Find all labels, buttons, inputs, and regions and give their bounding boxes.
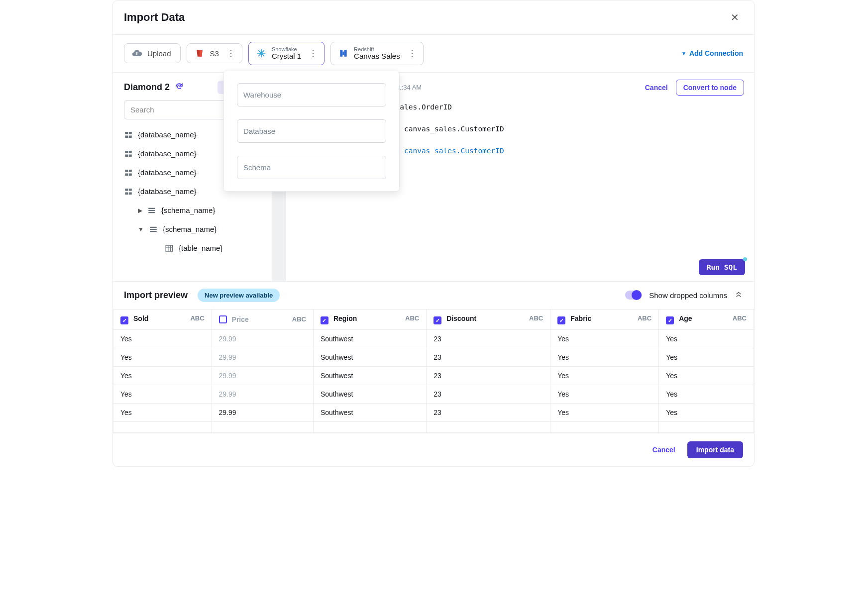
- schema-item[interactable]: ▶ {schema_name}: [124, 201, 261, 220]
- collapse-icon[interactable]: [734, 290, 743, 301]
- convert-to-node-button[interactable]: Convert to node: [676, 80, 744, 96]
- table-cell: [427, 422, 550, 433]
- column-header[interactable]: PriceABC: [212, 309, 313, 330]
- svg-rect-12: [129, 173, 132, 176]
- column-name: Region: [333, 314, 357, 322]
- s3-menu-icon[interactable]: ⋮: [227, 49, 235, 58]
- context-popover: [223, 71, 400, 192]
- svg-rect-9: [125, 170, 128, 172]
- column-header[interactable]: ✓FabricABC: [550, 309, 659, 330]
- table-row: Yes29.99Southwest23YesYes: [113, 348, 754, 367]
- table-cell: Yes: [550, 385, 659, 404]
- table-row: [113, 422, 754, 433]
- snowflake-menu-icon[interactable]: ⋮: [309, 49, 317, 58]
- column-type: ABC: [190, 314, 204, 322]
- column-checkbox[interactable]: ✓: [557, 316, 565, 324]
- svg-rect-20: [150, 226, 157, 227]
- svg-rect-1: [125, 132, 128, 134]
- svg-rect-4: [129, 135, 132, 138]
- redshift-menu-icon[interactable]: ⋮: [408, 49, 416, 58]
- svg-rect-13: [125, 189, 128, 191]
- column-header[interactable]: ✓AgeABC: [659, 309, 754, 330]
- table-item[interactable]: {table_name}: [124, 239, 261, 258]
- show-dropped-label: Show dropped columns: [649, 291, 727, 300]
- table-label: {table_name}: [179, 244, 222, 252]
- table-cell: 29.99: [212, 404, 313, 422]
- column-checkbox[interactable]: ✓: [666, 316, 674, 324]
- column-checkbox[interactable]: [219, 315, 227, 323]
- column-header[interactable]: ✓SoldABC: [113, 309, 212, 330]
- column-type: ABC: [405, 314, 419, 322]
- svg-rect-17: [148, 207, 155, 208]
- column-name: Fabric: [570, 314, 591, 322]
- table-row: Yes29.99Southwest23YesYes: [113, 330, 754, 348]
- column-type: ABC: [292, 315, 306, 323]
- database-input[interactable]: [237, 119, 386, 143]
- snowflake-icon: [256, 48, 267, 59]
- database-icon: [124, 149, 133, 158]
- table-cell: Yes: [550, 367, 659, 385]
- show-dropped-toggle[interactable]: [625, 291, 642, 300]
- upload-button[interactable]: Upload: [124, 43, 181, 63]
- new-preview-pill[interactable]: New preview available: [198, 289, 280, 302]
- redshift-icon: [338, 48, 349, 59]
- database-label: {database_name}: [138, 149, 197, 158]
- table-cell: Yes: [659, 367, 754, 385]
- page-title: Import Data: [124, 11, 185, 24]
- table-row: Yes29.99Southwest23YesYes: [113, 385, 754, 404]
- table-icon: [165, 244, 174, 253]
- refresh-icon[interactable]: [175, 82, 184, 93]
- schema-icon: [149, 225, 158, 234]
- table-cell: [113, 422, 212, 433]
- database-label: {database_name}: [138, 130, 197, 139]
- table-cell: Southwest: [313, 404, 426, 422]
- svg-rect-11: [125, 173, 128, 176]
- add-connection-button[interactable]: ▼ Add Connection: [681, 49, 743, 57]
- import-data-button[interactable]: Import data: [687, 441, 743, 458]
- column-name: Age: [679, 314, 692, 322]
- column-checkbox[interactable]: ✓: [434, 316, 441, 324]
- cloud-upload-icon: [131, 48, 142, 59]
- table-cell: Yes: [659, 348, 754, 367]
- database-label: {database_name}: [138, 168, 197, 177]
- caret-down-icon: ▼: [681, 51, 686, 56]
- column-header[interactable]: ✓RegionABC: [313, 309, 426, 330]
- column-checkbox[interactable]: ✓: [120, 316, 128, 324]
- svg-rect-15: [125, 192, 128, 195]
- s3-label: S3: [210, 49, 219, 58]
- svg-rect-21: [150, 228, 157, 229]
- table-cell: Yes: [550, 348, 659, 367]
- svg-rect-22: [150, 231, 157, 232]
- column-header[interactable]: ✓DiscountABC: [427, 309, 550, 330]
- svg-rect-5: [125, 151, 128, 153]
- database-label: {database_name}: [138, 187, 197, 196]
- column-name: Price: [232, 315, 249, 323]
- svg-rect-0: [342, 52, 344, 55]
- s3-button[interactable]: S3 ⋮: [187, 43, 242, 63]
- table-cell: Southwest: [313, 367, 426, 385]
- table-cell: Yes: [113, 367, 212, 385]
- schema-item[interactable]: ▼ {schema_name}: [124, 220, 261, 239]
- database-icon: [124, 187, 133, 196]
- cancel-edit-button[interactable]: Cancel: [645, 84, 668, 92]
- preview-table: ✓SoldABCPriceABC✓RegionABC✓DiscountABC✓F…: [113, 309, 754, 433]
- table-cell: [212, 422, 313, 433]
- table-cell: Southwest: [313, 385, 426, 404]
- schema-input[interactable]: [237, 156, 386, 179]
- svg-rect-19: [148, 212, 155, 213]
- schema-label: {schema_name}: [161, 206, 215, 214]
- table-cell: Yes: [550, 404, 659, 422]
- warehouse-input[interactable]: [237, 83, 386, 106]
- table-cell: Yes: [113, 404, 212, 422]
- run-sql-button[interactable]: Run SQL: [699, 259, 745, 275]
- database-icon: [124, 168, 133, 177]
- column-checkbox[interactable]: ✓: [321, 316, 328, 324]
- cancel-button[interactable]: Cancel: [652, 446, 675, 454]
- schema-label: {schema_name}: [163, 225, 217, 233]
- table-cell: [550, 422, 659, 433]
- s3-icon: [194, 48, 205, 59]
- snowflake-chip[interactable]: Snowflake Crystal 1 ⋮: [248, 42, 325, 65]
- table-cell: Southwest: [313, 348, 426, 367]
- close-icon[interactable]: ✕: [727, 9, 743, 25]
- redshift-chip[interactable]: Redshift Canvas Sales ⋮: [330, 42, 424, 65]
